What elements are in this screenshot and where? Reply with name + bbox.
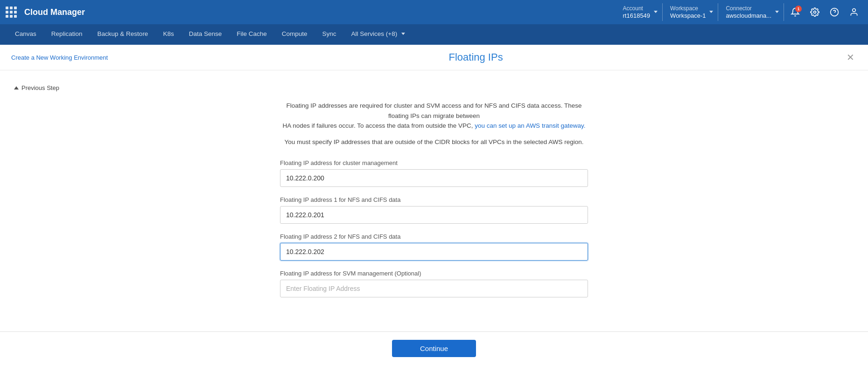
cidr-description: You must specify IP addresses that are o…: [280, 138, 588, 145]
breadcrumb-bar: Create a New Working Environment Floatin…: [0, 45, 868, 70]
nav-canvas[interactable]: Canvas: [7, 24, 44, 45]
footer-bar: Continue: [0, 331, 868, 365]
main-content: Previous Step Floating IP addresses are …: [0, 70, 868, 365]
workspace-chevron-icon: [709, 11, 713, 13]
nav-bar: Canvas Replication Backup & Restore K8s …: [0, 24, 868, 45]
header: Cloud Manager Account rt1618549 Workspac…: [0, 0, 868, 24]
app-logo: Cloud Manager: [24, 7, 618, 17]
all-services-chevron-icon: [401, 33, 405, 35]
gear-icon: [810, 7, 819, 17]
nav-replication[interactable]: Replication: [44, 24, 90, 45]
nav-all-services-label: All Services (+8): [351, 30, 398, 37]
up-arrow-icon: [14, 86, 19, 90]
nfs-cifs-2-field: Floating IP address 2 for NFS and CIFS d…: [280, 233, 588, 261]
svm-mgmt-input[interactable]: [280, 280, 588, 297]
nav-all-services[interactable]: All Services (+8): [344, 24, 413, 45]
connector-chevron-icon: [775, 11, 779, 13]
notification-badge: 1: [795, 6, 802, 12]
connector-value: awscloudmana...: [726, 12, 771, 19]
nav-backup-restore[interactable]: Backup & Restore: [90, 24, 156, 45]
close-button[interactable]: ✕: [844, 52, 857, 63]
prev-step-button[interactable]: Previous Step: [0, 84, 868, 91]
nav-sync[interactable]: Sync: [315, 24, 344, 45]
nav-data-sense[interactable]: Data Sense: [182, 24, 230, 45]
nfs-cifs-1-label: Floating IP address 1 for NFS and CIFS d…: [280, 196, 588, 203]
nfs-cifs-2-input[interactable]: [280, 243, 588, 261]
help-button[interactable]: [826, 4, 843, 21]
account-chevron-icon: [654, 11, 658, 13]
svg-point-0: [814, 11, 816, 13]
description-line2: HA nodes if failures occur. To access th…: [283, 122, 473, 129]
connector-label: Connector: [726, 5, 771, 12]
transit-gateway-link[interactable]: you can set up an AWS transit gateway.: [475, 122, 585, 129]
user-icon: [849, 7, 859, 17]
help-circle-icon: [830, 7, 839, 17]
account-selector[interactable]: Account rt1618549: [618, 3, 663, 21]
workspace-selector[interactable]: Workspace Workspace-1: [665, 3, 718, 21]
cluster-mgmt-field: Floating IP address for cluster manageme…: [280, 159, 588, 187]
description-line1: Floating IP addresses are required for c…: [287, 102, 582, 119]
connector-selector[interactable]: Connector awscloudmana...: [721, 3, 784, 21]
cluster-mgmt-input[interactable]: [280, 169, 588, 187]
nfs-cifs-1-input[interactable]: [280, 206, 588, 224]
breadcrumb-link[interactable]: Create a New Working Environment: [11, 54, 108, 61]
form-section: Floating IP addresses are required for c…: [271, 101, 597, 297]
nfs-cifs-1-field: Floating IP address 1 for NFS and CIFS d…: [280, 196, 588, 224]
nfs-cifs-2-label: Floating IP address 2 for NFS and CIFS d…: [280, 233, 588, 240]
svg-point-3: [853, 8, 856, 12]
svm-mgmt-field: Floating IP address for SVM management (…: [280, 270, 588, 297]
cluster-mgmt-label: Floating IP address for cluster manageme…: [280, 159, 588, 166]
settings-button[interactable]: [806, 4, 823, 21]
svm-mgmt-label: Floating IP address for SVM management (…: [280, 270, 588, 277]
notifications-button[interactable]: 1: [787, 4, 804, 21]
nav-compute[interactable]: Compute: [274, 24, 315, 45]
account-value: rt1618549: [623, 12, 651, 19]
description-paragraph: Floating IP addresses are required for c…: [280, 101, 588, 131]
header-controls: Account rt1618549 Workspace Workspace-1 …: [618, 3, 862, 21]
continue-button[interactable]: Continue: [392, 340, 476, 357]
account-label: Account: [623, 5, 651, 12]
page-title: Floating IPs: [108, 51, 844, 63]
nav-file-cache[interactable]: File Cache: [229, 24, 274, 45]
user-button[interactable]: [846, 4, 862, 21]
prev-step-label: Previous Step: [21, 84, 59, 91]
workspace-value: Workspace-1: [670, 12, 706, 19]
workspace-label: Workspace: [670, 5, 706, 12]
app-grid-icon[interactable]: [6, 7, 17, 18]
nav-k8s[interactable]: K8s: [155, 24, 181, 45]
